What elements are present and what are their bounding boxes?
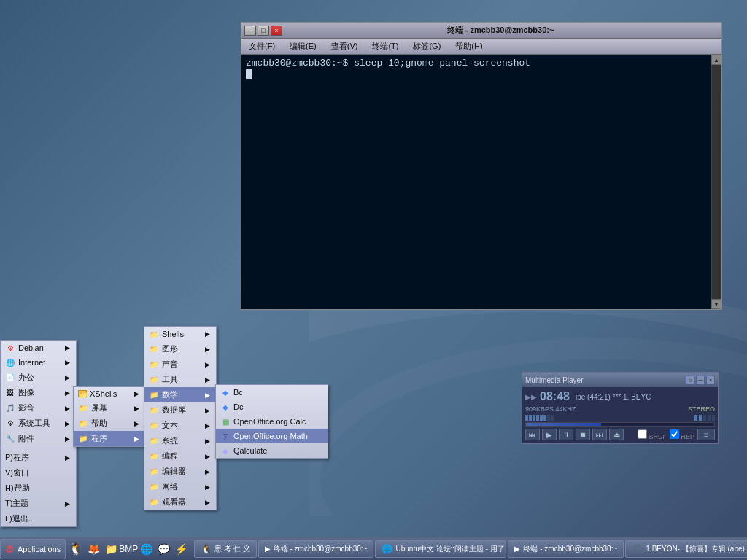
media-player-title: Multimedia Player (525, 376, 583, 384)
terminal-scroll-down[interactable]: ▼ (711, 299, 721, 309)
main-menu-themes[interactable]: T)主题 ▶ (1, 496, 76, 511)
graphics-folder-icon: 📁 (149, 344, 159, 354)
pl-seg-2 (712, 415, 715, 421)
main-menu-help[interactable]: H)帮助 (1, 481, 76, 496)
taskbar-task-siku[interactable]: 🐧 思 考 仁 义 (194, 540, 256, 558)
eq-seg-1 (694, 415, 697, 421)
media-progress-bar[interactable] (525, 422, 715, 427)
accessories-icon: 🔧 (5, 434, 15, 444)
main-menu-internet[interactable]: 🌐 Internet ▶ (1, 355, 76, 370)
tux-icon[interactable]: 🐧 (69, 542, 83, 556)
accessories-arrow: ▶ (65, 435, 70, 443)
media-shuf-label[interactable]: SHUF (638, 429, 667, 440)
math-oo-calc[interactable]: ▦ OpenOffice.org Calc (216, 414, 328, 429)
terminal-menu-help[interactable]: 帮助(H) (451, 39, 487, 53)
prog-graphics[interactable]: 📁 图形 ▶ (144, 341, 216, 357)
media-player-maximize[interactable]: ─ (696, 376, 705, 384)
media-pause-btn[interactable]: ⏸ (559, 429, 573, 440)
math-bc[interactable]: ◆ Bc (216, 385, 328, 400)
main-menu-debian[interactable]: ⚙ Debian ▶ (1, 341, 76, 355)
image-icon: 🖼 (5, 388, 15, 398)
prog-shells[interactable]: 📁 Shells ▶ (144, 327, 216, 341)
media-eject-btn[interactable]: ⏏ (609, 429, 624, 440)
math-oo-math[interactable]: ∑ OpenOffice.org Math (216, 429, 328, 443)
media-rep-label[interactable]: REP (670, 429, 694, 440)
app-submenu: 📁 XShells ▶ 📁 屏幕 ▶ 📁 帮助 ▶ 📁 程序 ▶ (73, 386, 146, 447)
terminal-scrollbar[interactable]: ▲ ▼ (711, 55, 721, 309)
applications-button[interactable]: ⚙ Applications (0, 539, 66, 559)
media-prev-btn[interactable]: ⏮ (525, 429, 540, 440)
taskbar-task-browser[interactable]: 🌐 Ubuntu中文 论坛::阅读主题 - 用了... (375, 540, 506, 558)
taskbar-task-terminal1[interactable]: ▶ 终端 - zmcbb30@zmcbb30:~ (258, 540, 374, 558)
terminal-menu-terminal[interactable]: 终端(T) (368, 39, 403, 53)
media-extra-btn[interactable]: ≡ (697, 429, 715, 440)
help-folder-arrow: ▶ (134, 420, 139, 427)
taskbar-task-terminal2[interactable]: ▶ 终端 - zmcbb30@zmcbb30:~ (508, 540, 624, 558)
terminal-scroll-up[interactable]: ▲ (711, 55, 721, 65)
terminal-minimize-btn[interactable]: ─ (244, 26, 256, 36)
database-arrow: ▶ (205, 407, 210, 414)
terminal-menu-view[interactable]: 查看(V) (327, 39, 363, 53)
main-menu-logout[interactable]: L)退出... (1, 511, 76, 526)
network-arrow: ▶ (205, 483, 210, 491)
prog-programming[interactable]: 📁 编程 ▶ (144, 448, 216, 464)
oo-math-icon: ∑ (220, 431, 231, 441)
terminal-maximize-btn[interactable]: □ (258, 26, 269, 36)
math-dc[interactable]: ◆ Dc (216, 400, 328, 414)
math-qalculate[interactable]: ◆ Qalculate (216, 443, 328, 458)
app-menu-screen[interactable]: 📁 屏幕 ▶ (74, 400, 145, 416)
app-menu-programs[interactable]: 📁 程序 ▶ (74, 431, 145, 446)
taskbar-quick-launch: 🐧 🦊 📁 BMP 🌐 💬 ⚡ (66, 542, 191, 556)
browser-icon[interactable]: 🦊 (86, 542, 101, 556)
media-play-btn[interactable]: ▶ (542, 429, 557, 440)
media-player-minimize[interactable]: ○ (686, 376, 694, 384)
prog-tools[interactable]: 📁 工具 ▶ (144, 372, 216, 387)
programs-arrow: ▶ (65, 454, 70, 462)
bc-icon: ◆ (220, 387, 231, 397)
terminal-menu-edit[interactable]: 编辑(E) (285, 39, 321, 53)
main-menu-accessories[interactable]: 🔧 附件 ▶ (1, 431, 76, 446)
prog-system[interactable]: 📁 系统 ▶ (144, 433, 216, 448)
prog-database[interactable]: 📁 数据库 ▶ (144, 402, 216, 418)
debian-arrow: ▶ (65, 344, 70, 351)
main-menu-programs[interactable]: P)程序 ▶ (1, 450, 76, 465)
chat-icon[interactable]: 💬 (156, 542, 171, 556)
media-volume-bar (525, 415, 715, 421)
terminal-menu-file[interactable]: 文件(F) (244, 39, 279, 53)
main-menu-windows[interactable]: V)窗口 (1, 465, 76, 481)
main-menu-image[interactable]: 🖼 图像 ▶ (1, 385, 76, 400)
network-icon[interactable]: 🌐 (139, 542, 153, 556)
media-progress-fill (526, 423, 601, 426)
media-player-close[interactable]: × (706, 376, 715, 384)
prog-math[interactable]: 📁 数学 ▶ (144, 387, 216, 402)
terminal-scroll-track[interactable] (712, 65, 721, 299)
programs-folder-icon: 📁 (78, 434, 88, 444)
terminal-close-btn[interactable]: × (271, 26, 282, 36)
text-editor-icon[interactable]: BMP (121, 542, 136, 556)
prog-network[interactable]: 📁 网络 ▶ (144, 479, 216, 494)
media-stop-btn[interactable]: ⏹ (576, 429, 590, 440)
prog-sound[interactable]: 📁 声音 ▶ (144, 357, 216, 372)
extra-icon[interactable]: ⚡ (174, 542, 188, 556)
prog-viewer[interactable]: 📁 观看器 ▶ (144, 494, 216, 510)
text-arrow: ▶ (205, 422, 210, 429)
main-menu-media[interactable]: 🎵 影音 ▶ (1, 400, 76, 416)
app-menu-xshells[interactable]: 📁 XShells ▶ (74, 387, 145, 400)
main-menu-system[interactable]: ⚙ 系统工具 ▶ (1, 416, 76, 431)
media-bitrate-row: 909KBPS 44KHZ STEREO (525, 405, 715, 413)
file-manager-icon[interactable]: 📁 (104, 542, 118, 556)
media-rep-check[interactable] (670, 429, 679, 439)
media-next-btn[interactable]: ⏭ (592, 429, 607, 440)
terminal-body[interactable]: zmcbb30@zmcbb30:~$ sleep 10;gnome-panel-… (241, 55, 711, 309)
eq-seg-2 (699, 415, 702, 421)
media-shuf-check[interactable] (638, 429, 647, 439)
prog-text[interactable]: 📁 文本 ▶ (144, 418, 216, 433)
media-controls: ⏮ ▶ ⏸ ⏹ ⏭ ⏏ SHUF REP ≡ (525, 429, 715, 440)
media-icon: 🎵 (5, 403, 15, 413)
app-menu-help[interactable]: 📁 帮助 ▶ (74, 416, 145, 431)
main-menu-office[interactable]: 📄 办公 ▶ (1, 370, 76, 385)
terminal-menu-tabs[interactable]: 标签(G) (409, 39, 445, 53)
prog-editor[interactable]: 📁 编辑器 ▶ (144, 464, 216, 479)
terminal-titlebar: ─ □ × 终端 - zmcbb30@zmcbb30:~ (241, 23, 721, 39)
taskbar-task-media[interactable]: 🎵 1.BEYON- 【惊喜】专辑.(ape).ape (44... (625, 540, 747, 558)
